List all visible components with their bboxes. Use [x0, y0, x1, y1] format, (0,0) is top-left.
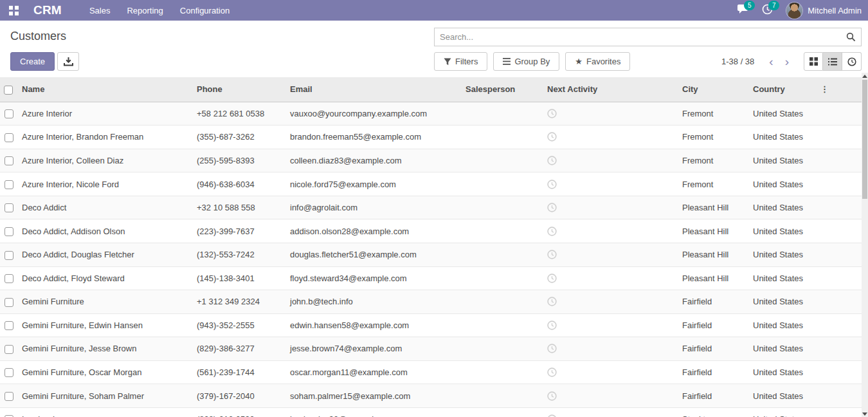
cell-city[interactable]: Fremont	[678, 172, 749, 196]
cell-name[interactable]: Azure Interior	[18, 102, 193, 125]
cell-city[interactable]: Fairfield	[678, 384, 749, 408]
cell-next-activity[interactable]	[543, 313, 678, 337]
cell-city[interactable]: Fremont	[678, 125, 749, 149]
create-button[interactable]: Create	[10, 52, 55, 71]
row-checkbox[interactable]	[5, 203, 14, 212]
menu-reporting[interactable]: Reporting	[118, 0, 171, 21]
row-checkbox[interactable]	[5, 321, 14, 330]
cell-salesperson[interactable]	[462, 313, 543, 337]
row-checkbox[interactable]	[5, 133, 14, 142]
app-brand[interactable]: CRM	[33, 3, 62, 17]
cell-salesperson[interactable]	[462, 219, 543, 243]
cell-email[interactable]: floyd.steward34@example.com	[286, 266, 462, 290]
cell-email[interactable]: nicole.ford75@example.com	[286, 172, 462, 196]
cell-country[interactable]: United States	[749, 243, 817, 266]
cell-email[interactable]: info@agrolait.com	[286, 196, 462, 219]
activity-clock-icon[interactable]	[547, 344, 674, 353]
cell-name[interactable]: Gemini Furniture	[18, 290, 193, 314]
activity-clock-icon[interactable]	[547, 320, 674, 330]
cell-email[interactable]: jesse.brown74@example.com	[286, 337, 462, 361]
table-row[interactable]: Azure Interior +58 212 681 0538 vauxoo@y…	[0, 102, 862, 125]
cell-country[interactable]: United States	[749, 102, 817, 125]
cell-phone[interactable]: (223)-399-7637	[193, 219, 286, 243]
table-row[interactable]: Gemini Furniture, Edwin Hansen (943)-352…	[0, 313, 862, 337]
activity-clock-icon[interactable]	[547, 156, 674, 165]
row-checkbox[interactable]	[5, 345, 14, 354]
menu-configuration[interactable]: Configuration	[172, 0, 238, 21]
cell-next-activity[interactable]	[543, 102, 678, 125]
activity-clock-icon[interactable]	[547, 227, 674, 236]
cell-phone[interactable]: +1 312 349 2324	[193, 290, 286, 314]
cell-email[interactable]: john.b@tech.info	[286, 290, 462, 314]
cell-email[interactable]: douglas.fletcher51@example.com	[286, 243, 462, 266]
cell-phone[interactable]: (145)-138-3401	[193, 266, 286, 290]
cell-city[interactable]: Fairfield	[678, 360, 749, 384]
cell-salesperson[interactable]	[462, 337, 543, 361]
cell-city[interactable]: Fairfield	[678, 313, 749, 337]
pager-previous-icon[interactable]: ‹	[763, 55, 779, 68]
cell-phone[interactable]: (943)-352-2555	[193, 313, 286, 337]
cell-name[interactable]: Deco Addict, Douglas Fletcher	[18, 243, 193, 266]
cell-country[interactable]: United States	[749, 313, 817, 337]
column-header-city[interactable]: City	[678, 77, 749, 102]
cell-next-activity[interactable]	[543, 290, 678, 314]
select-all-checkbox[interactable]	[4, 86, 13, 95]
cell-salesperson[interactable]	[462, 266, 543, 290]
cell-email[interactable]: brandon.freeman55@example.com	[286, 125, 462, 149]
cell-city[interactable]: Fairfield	[678, 290, 749, 314]
cell-name[interactable]: Deco Addict, Addison Olson	[18, 219, 193, 243]
cell-next-activity[interactable]	[543, 266, 678, 290]
pager-next-icon[interactable]: ›	[779, 55, 795, 68]
cell-name[interactable]: Azure Interior, Brandon Freeman	[18, 125, 193, 149]
cell-salesperson[interactable]	[462, 196, 543, 219]
export-button[interactable]	[57, 52, 79, 71]
cell-country[interactable]: United States	[749, 337, 817, 361]
cell-phone[interactable]: (132)-553-7242	[193, 243, 286, 266]
cell-phone[interactable]: (946)-638-6034	[193, 172, 286, 196]
cell-name[interactable]: Deco Addict	[18, 196, 193, 219]
activity-clock-icon[interactable]	[547, 391, 674, 401]
activity-clock-icon[interactable]	[547, 203, 674, 212]
table-row[interactable]: Azure Interior, Brandon Freeman (355)-68…	[0, 125, 862, 149]
cell-salesperson[interactable]	[462, 149, 543, 172]
row-checkbox[interactable]	[5, 274, 14, 283]
row-checkbox[interactable]	[5, 109, 14, 118]
column-header-salesperson[interactable]: Salesperson	[462, 77, 543, 102]
cell-phone[interactable]: (561)-239-1744	[193, 360, 286, 384]
search-input[interactable]	[435, 32, 841, 42]
cell-email[interactable]: edwin.hansen58@example.com	[286, 313, 462, 337]
cell-salesperson[interactable]	[462, 290, 543, 314]
cell-name[interactable]: Gemini Furniture, Soham Palmer	[18, 384, 193, 408]
optional-columns-toggle-icon[interactable]: ⋮	[817, 77, 862, 102]
row-checkbox[interactable]	[5, 227, 14, 236]
cell-salesperson[interactable]	[462, 172, 543, 196]
cell-country[interactable]: United States	[749, 290, 817, 314]
cell-phone[interactable]: (255)-595-8393	[193, 149, 286, 172]
filters-button[interactable]: Filters	[434, 52, 487, 71]
table-row[interactable]: Deco Addict, Douglas Fletcher (132)-553-…	[0, 243, 862, 266]
cell-next-activity[interactable]	[543, 219, 678, 243]
apps-menu-icon[interactable]	[5, 2, 22, 19]
cell-email[interactable]: colleen.diaz83@example.com	[286, 149, 462, 172]
cell-salesperson[interactable]	[462, 125, 543, 149]
activity-clock-icon[interactable]	[547, 180, 674, 189]
scroll-down-icon[interactable]	[862, 411, 868, 417]
cell-salesperson[interactable]	[462, 243, 543, 266]
activity-clock-icon[interactable]	[547, 109, 674, 118]
row-checkbox[interactable]	[5, 298, 14, 307]
cell-city[interactable]: Pleasant Hill	[678, 196, 749, 219]
table-row[interactable]: Deco Addict, Floyd Steward (145)-138-340…	[0, 266, 862, 290]
search-icon[interactable]	[841, 32, 861, 42]
column-header-phone[interactable]: Phone	[193, 77, 286, 102]
scroll-up-icon[interactable]	[862, 73, 868, 79]
row-checkbox[interactable]	[5, 368, 14, 377]
cell-name[interactable]: Gemini Furniture, Edwin Hansen	[18, 313, 193, 337]
cell-email[interactable]: lumber-inv92@example.com	[286, 407, 462, 417]
cell-name[interactable]: Deco Addict, Floyd Steward	[18, 266, 193, 290]
cell-phone[interactable]: (379)-167-2040	[193, 384, 286, 408]
cell-phone[interactable]: (355)-687-3262	[193, 125, 286, 149]
row-checkbox[interactable]	[5, 156, 14, 165]
activity-view-button[interactable]	[842, 52, 862, 71]
activity-clock-icon[interactable]	[547, 297, 674, 306]
cell-country[interactable]: United States	[749, 384, 817, 408]
